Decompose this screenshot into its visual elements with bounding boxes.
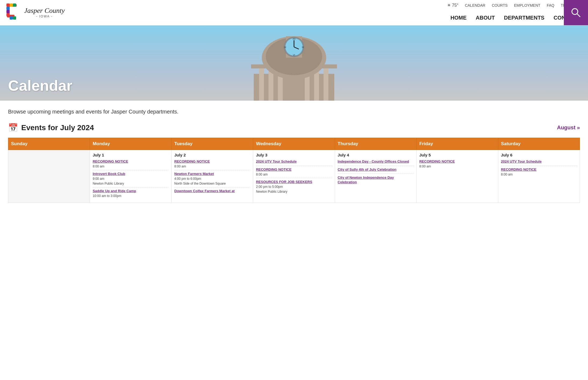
- event-location: Newton Public Library: [93, 182, 169, 185]
- event-location: Newton Public Library: [256, 190, 332, 193]
- nav-faq[interactable]: FAQ: [547, 3, 554, 8]
- event-link[interactable]: Newton Farmers Market: [174, 172, 250, 176]
- svg-rect-6: [13, 3, 16, 7]
- event-time: 8:00 am: [93, 165, 169, 168]
- header-saturday: Saturday: [498, 138, 580, 150]
- event-divider: [174, 187, 250, 187]
- site-header: Jasper County - IOWA - ☀ 75° CALENDAR CO…: [0, 0, 588, 25]
- hero-title: Calendar: [0, 77, 72, 101]
- svg-text:IX: IX: [284, 46, 286, 49]
- nav-calendar[interactable]: CALENDAR: [465, 3, 485, 8]
- event-link[interactable]: Downtown Colfax Farmers Market at: [174, 189, 250, 193]
- day-number: July 6: [501, 153, 577, 157]
- event-location: North Side of the Downtown Square: [174, 182, 250, 185]
- event-divider: [501, 166, 577, 166]
- event-time: 8:00 am: [256, 173, 332, 176]
- event-divider: [174, 170, 250, 170]
- header-sunday: Sunday: [8, 138, 90, 150]
- cell-july6: July 6 2024 UTV Tour Schedule RECORDING …: [498, 150, 580, 203]
- day-number: July 3: [256, 153, 332, 157]
- cell-july2: July 2 RECORDING NOTICE 8:00 am Newton F…: [172, 150, 253, 203]
- svg-rect-5: [10, 3, 13, 7]
- event-link[interactable]: RECORDING NOTICE: [174, 159, 250, 164]
- event-divider: [256, 178, 332, 178]
- event-link[interactable]: RESOURCES FOR JOB SEEKERS: [256, 180, 332, 184]
- svg-text:VI: VI: [293, 54, 295, 56]
- event-link[interactable]: City of Sully 4th of July Celebration: [338, 167, 414, 172]
- cell-july3: July 3 2024 UTV Tour Schedule RECORDING …: [253, 150, 335, 203]
- event-link[interactable]: Saddle Up and Ride Camp: [93, 189, 169, 193]
- nav-about[interactable]: ABOUT: [473, 14, 498, 22]
- event-link[interactable]: City of Newton Independence Day Celebrat…: [338, 176, 414, 185]
- event-link[interactable]: 2024 UTV Tour Schedule: [501, 159, 577, 164]
- courthouse-illustration: XII III VI IX: [227, 25, 361, 101]
- event-link[interactable]: Independence Day - County Offices Closed: [338, 159, 414, 164]
- logo-text: Jasper County: [24, 7, 65, 15]
- event-divider: [338, 166, 414, 166]
- event-link[interactable]: RECORDING NOTICE: [93, 159, 169, 164]
- header-monday: Monday: [90, 138, 172, 150]
- calendar-icon: 📅: [8, 123, 18, 132]
- svg-point-12: [572, 9, 578, 14]
- event-link[interactable]: Introvert Book Club: [93, 172, 169, 176]
- event-time: 8:00 am: [501, 173, 577, 176]
- day-number: July 2: [174, 153, 250, 157]
- svg-rect-16: [259, 66, 264, 101]
- svg-line-13: [577, 14, 580, 17]
- svg-text:XII: XII: [292, 38, 295, 40]
- logo-area: Jasper County - IOWA -: [0, 0, 75, 25]
- event-time: 8:00 am: [419, 165, 495, 168]
- svg-text:III: III: [302, 46, 304, 49]
- events-title-text: Events for July 2024: [21, 123, 94, 132]
- event-link[interactable]: RECORDING NOTICE: [419, 159, 495, 164]
- nav-area: ☀ 75° CALENDAR COURTS EMPLOYMENT FAQ TRA…: [75, 0, 588, 25]
- main-content: Browse upcoming meetings and events for …: [0, 101, 588, 203]
- calendar-header-row: Sunday Monday Tuesday Wednesday Thursday…: [8, 138, 580, 150]
- cell-july5: July 5 RECORDING NOTICE 8:00 am: [416, 150, 498, 203]
- event-link[interactable]: 2024 UTV Tour Schedule: [256, 159, 332, 164]
- next-month-link[interactable]: August »: [557, 125, 580, 131]
- nav-courts[interactable]: COURTS: [492, 3, 508, 8]
- logo-sub: - IOWA -: [24, 14, 65, 18]
- header-wednesday: Wednesday: [253, 138, 335, 150]
- event-divider: [93, 187, 169, 187]
- search-button[interactable]: [564, 0, 588, 25]
- event-time: 4:00 pm to 6:00pm: [174, 177, 250, 181]
- logo-icon: [5, 3, 23, 22]
- cell-empty: [8, 150, 90, 203]
- events-header: 📅 Events for July 2024 August »: [8, 123, 580, 132]
- event-time: 2:00 pm to 5:00pm: [256, 185, 332, 189]
- events-title: 📅 Events for July 2024: [8, 123, 94, 132]
- day-number: July 5: [419, 153, 495, 157]
- nav-departments[interactable]: DEPARTMENTS: [501, 14, 548, 22]
- day-number: July 1: [93, 153, 169, 157]
- event-divider: [338, 174, 414, 174]
- event-time: 8:00 am: [174, 165, 250, 168]
- day-number: July 4: [338, 153, 414, 157]
- event-divider: [93, 170, 169, 170]
- event-time: 10:00 am to 3:00pm: [93, 194, 169, 198]
- event-link[interactable]: RECORDING NOTICE: [501, 167, 577, 172]
- header-friday: Friday: [416, 138, 498, 150]
- svg-rect-11: [13, 16, 16, 20]
- table-row: July 1 RECORDING NOTICE 8:00 am Introver…: [8, 150, 580, 203]
- svg-rect-7: [6, 7, 10, 10]
- event-time: 9:00 am: [93, 177, 169, 181]
- header-tuesday: Tuesday: [172, 138, 253, 150]
- svg-rect-9: [6, 13, 10, 16]
- event-divider: [256, 166, 332, 166]
- cell-july1: July 1 RECORDING NOTICE 8:00 am Introver…: [90, 150, 172, 203]
- nav-employment[interactable]: EMPLOYMENT: [514, 3, 540, 8]
- svg-rect-4: [6, 3, 10, 7]
- svg-rect-8: [6, 10, 10, 13]
- svg-rect-10: [10, 16, 13, 20]
- calendar-table: Sunday Monday Tuesday Wednesday Thursday…: [8, 138, 580, 203]
- event-link[interactable]: RECORDING NOTICE: [256, 167, 332, 172]
- page-subtitle: Browse upcoming meetings and events for …: [8, 109, 580, 115]
- nav-home[interactable]: HOME: [447, 14, 470, 22]
- weather-display: ☀ 75°: [447, 3, 459, 8]
- cell-july4: July 4 Independence Day - County Offices…: [335, 150, 416, 203]
- search-icon: [570, 7, 582, 19]
- header-thursday: Thursday: [335, 138, 416, 150]
- hero-banner: XII III VI IX Calendar: [0, 25, 588, 101]
